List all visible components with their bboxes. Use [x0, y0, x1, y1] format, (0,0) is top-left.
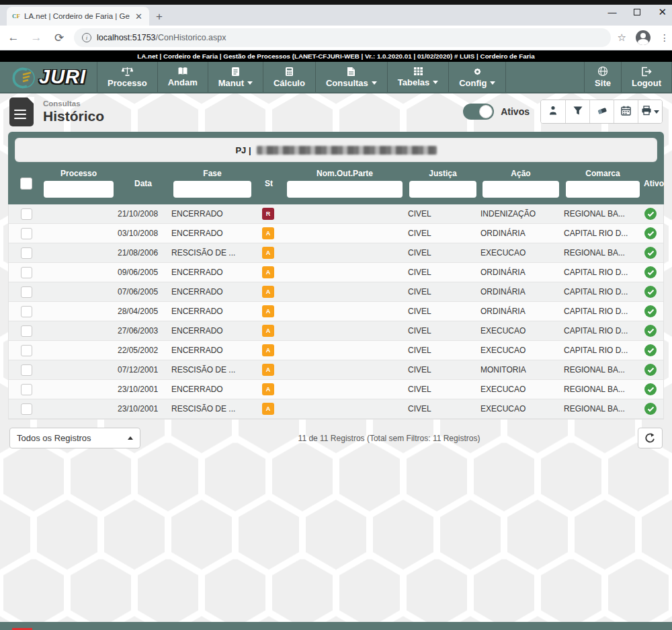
page-info-icon[interactable]: i	[82, 33, 91, 42]
select-all-checkbox[interactable]	[20, 178, 32, 190]
calculator-icon	[285, 67, 294, 77]
table-row[interactable]: 07/06/2005ENCERRADOACIVELORDINÁRIACAPITA…	[9, 282, 663, 302]
table-row[interactable]: 21/08/2006RESCISÃO DE ...ACIVELEXECUCAOR…	[9, 243, 663, 263]
profile-avatar[interactable]	[636, 30, 650, 45]
row-checkbox[interactable]	[21, 345, 32, 356]
table-row[interactable]: 22/05/2002ENCERRADOACIVELEXECUCAOCAPITAL…	[9, 341, 663, 360]
browser-tab[interactable]: CF LA.net | Cordeiro de Faria | Gestã ✕	[7, 7, 149, 26]
acao-cell: ORDINÁRIA	[480, 229, 562, 238]
app-logo[interactable]: JURI	[0, 62, 97, 92]
window-close-button[interactable]: ✕	[658, 6, 667, 18]
comarca-cell: REGIONAL BA...	[564, 385, 643, 394]
filter-input-0[interactable]	[44, 181, 113, 198]
address-bar[interactable]: i localhost:51753/ConHistorico.aspx	[74, 28, 611, 47]
app-footer: LA LA.net | Cordeiro de Faria | Gestão d…	[0, 622, 672, 630]
acao-cell: EXECUCAO	[480, 326, 562, 336]
eraser-button[interactable]	[589, 100, 614, 123]
row-checkbox[interactable]	[21, 286, 32, 298]
ativo-check-icon	[644, 305, 657, 317]
filter-input-6[interactable]	[482, 181, 560, 198]
status-badge: A	[262, 286, 274, 298]
filter-input-2[interactable]	[173, 181, 252, 198]
nav-item-andam[interactable]: Andam	[157, 62, 208, 92]
window-minimize-button[interactable]: —	[607, 7, 616, 17]
nav-item-config[interactable]: Config	[448, 62, 506, 92]
table-row[interactable]: 28/04/2005ENCERRADOACIVELORDINÁRIACAPITA…	[9, 302, 663, 321]
nav-item-manut[interactable]: Manut	[208, 62, 263, 92]
row-checkbox[interactable]	[21, 247, 32, 259]
client-selector-bar[interactable]: PJ |	[15, 138, 657, 162]
table-row[interactable]: 03/10/2008ENCERRADOACIVELORDINÁRIACAPITA…	[9, 224, 663, 243]
justica-cell: CIVEL	[408, 229, 479, 238]
table-filter-header: ProcessoDataFaseStNom.Out.ParteJustiçaAç…	[15, 169, 657, 198]
new-tab-button[interactable]: +	[156, 10, 163, 26]
row-checkbox[interactable]	[21, 325, 32, 337]
fase-cell: ENCERRADO	[171, 385, 255, 394]
row-checkbox[interactable]	[21, 384, 32, 395]
row-checkbox[interactable]	[21, 364, 32, 376]
client-name-redacted	[257, 146, 437, 155]
forward-button[interactable]: →	[28, 31, 44, 44]
nav-item-processo[interactable]: Processo	[97, 62, 157, 92]
row-checkbox[interactable]	[21, 228, 32, 239]
print-button[interactable]	[638, 100, 662, 123]
chevron-down-icon	[433, 81, 438, 84]
fase-cell: ENCERRADO	[171, 229, 255, 238]
window-maximize-button[interactable]	[634, 7, 640, 17]
ativos-toggle[interactable]	[463, 104, 494, 120]
back-button[interactable]: ←	[5, 31, 22, 44]
chevron-down-icon	[247, 81, 253, 85]
acao-cell: EXECUCAO	[480, 346, 562, 355]
row-checkbox[interactable]	[21, 267, 32, 278]
nav-item-site[interactable]: Site	[584, 62, 621, 92]
window-frame-top	[0, 0, 672, 5]
data-cell: 28/04/2005	[118, 307, 170, 316]
table-row[interactable]: 07/12/2001RESCISÃO DE ...ACIVELMONITORIA…	[9, 360, 663, 380]
filter-input-4[interactable]	[287, 181, 402, 198]
row-checkbox[interactable]	[21, 403, 32, 415]
refresh-button[interactable]	[638, 428, 663, 448]
site-favicon: CF	[12, 13, 20, 19]
filter-input-7[interactable]	[566, 181, 640, 198]
justica-cell: CIVEL	[408, 268, 479, 277]
records-per-page-dropdown[interactable]: Todos os Registros	[9, 428, 140, 448]
table-row[interactable]: 27/06/2003ENCERRADOACIVELEXECUCAOCAPITAL…	[9, 321, 663, 341]
table-row[interactable]: 23/10/2001RESCISÃO DE ...ACIVELEXECUCAOR…	[9, 399, 663, 419]
column-header-ativo: Ativo	[644, 179, 664, 188]
fase-cell: RESCISÃO DE ...	[171, 404, 255, 414]
nav-item-calculo[interactable]: Cálculo	[263, 62, 315, 92]
row-checkbox[interactable]	[21, 306, 32, 317]
table-row[interactable]: 23/10/2001ENCERRADOACIVELEXECUCAOREGIONA…	[9, 380, 663, 399]
filter-input-5[interactable]	[409, 181, 476, 198]
nav-item-tabelas[interactable]: Tabelas	[387, 62, 448, 92]
acao-cell: EXECUCAO	[480, 385, 562, 394]
table-row[interactable]: 09/06/2005ENCERRADOACIVELORDINÁRIACAPITA…	[9, 263, 663, 282]
toolbar-button-group	[540, 100, 663, 124]
bookmark-star-icon[interactable]: ☆	[618, 32, 626, 44]
data-cell: 07/06/2005	[118, 287, 170, 297]
cf-monogram-icon	[7, 65, 35, 89]
calendar-icon	[621, 106, 631, 118]
row-checkbox[interactable]	[21, 208, 32, 220]
app-info-bar: LA.net | Cordeiro de Faria | Gestão de P…	[0, 50, 672, 62]
reload-button[interactable]: ⟳	[51, 31, 67, 45]
person-button[interactable]	[541, 100, 565, 123]
page-content: Consultas Histórico Ativos PJ | Processo…	[0, 93, 672, 622]
page-header: Consultas Histórico Ativos	[0, 93, 672, 128]
filter-button[interactable]	[565, 100, 589, 123]
comarca-cell: REGIONAL BA...	[564, 365, 643, 375]
table-row[interactable]: 21/10/2008ENCERRADORCIVELINDENIZAÇÃOREGI…	[9, 204, 663, 224]
records-summary: 11 de 11 Registros (Total sem Filtros: 1…	[140, 434, 638, 443]
ativo-check-icon	[644, 266, 657, 278]
acao-cell: EXECUCAO	[480, 248, 562, 258]
ativo-check-icon	[644, 403, 657, 415]
nav-item-consultas[interactable]: Consultas	[315, 62, 387, 92]
refresh-icon	[644, 432, 656, 444]
ativo-check-icon	[644, 325, 657, 337]
nav-item-logout[interactable]: Logout	[621, 62, 672, 92]
browser-menu-icon[interactable]: ⋮	[660, 36, 664, 40]
acao-cell: INDENIZAÇÃO	[480, 209, 562, 219]
ativo-check-icon	[644, 286, 657, 298]
tab-close-icon[interactable]: ✕	[134, 11, 144, 22]
calendar-button[interactable]	[614, 100, 638, 123]
